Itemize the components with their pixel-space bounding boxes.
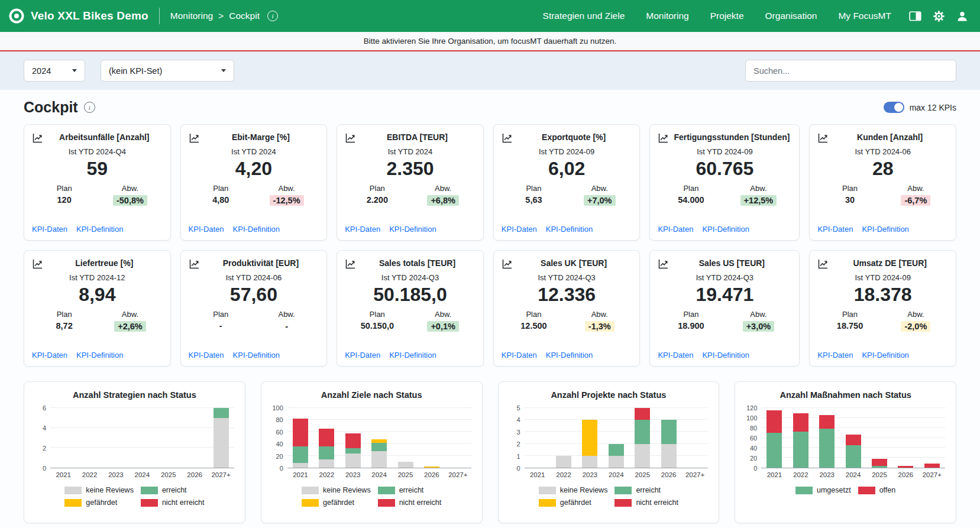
y-tick-label: 0 [280,465,283,472]
kpi-definition-link[interactable]: KPI-Definition [862,225,908,234]
kpi-definition-link[interactable]: KPI-Definition [862,351,908,359]
kpi-title: EBITDA [TEUR] [344,132,476,142]
chart-anzahl-ziele-nach-status: Anzahl Ziele nach Status0204060801002021… [261,381,483,523]
kpi-definition-link[interactable]: KPI-Definition [702,225,749,234]
bar-segment-gef-hrdet [582,420,597,456]
kpi-definition-link[interactable]: KPI-Definition [233,225,280,234]
kpi-value: 50.185,0 [344,284,476,306]
kpi-grid: Arbeitsunfälle [Anzahl]Ist YTD 2024-Q459… [24,124,956,367]
kpi-daten-link[interactable]: KPI-Daten [658,351,693,359]
plan-value: 50.150,0 [344,321,410,331]
kpi-daten-link[interactable]: KPI-Daten [817,351,853,359]
y-tick-label: 40 [750,445,757,452]
kpi-value: 12.336 [501,284,633,306]
kpi-definition-link[interactable]: KPI-Definition [546,351,593,359]
kpi-definition-link[interactable]: KPI-Definition [76,225,123,234]
abw-label: Abw. [567,310,632,319]
chevron-down-icon [221,69,226,72]
bar-segment-erreicht [345,448,361,454]
bar-segment-nicht-erreicht [319,429,334,446]
nav-organisation[interactable]: Organisation [765,11,817,21]
x-tick-label: 2022 [788,471,814,478]
kpi-title: Sales UK [TEUR] [501,258,633,268]
plan-value: 4,80 [188,195,254,205]
cockpit-info-icon[interactable]: i [84,102,95,113]
kpi-daten-link[interactable]: KPI-Daten [32,351,67,359]
y-tick-label: 2 [43,445,46,452]
breadcrumb-cockpit[interactable]: Cockpit [229,11,260,21]
breadcrumb-separator: > [218,11,224,21]
x-tick-label: 2022 [313,471,339,478]
plan-value: 12.500 [501,321,567,331]
kpi-definition-link[interactable]: KPI-Definition [389,225,436,234]
kpi-daten-link[interactable]: KPI-Daten [502,351,537,359]
kpi-daten-link[interactable]: KPI-Daten [32,225,67,234]
x-tick-label: 2025 [866,471,892,478]
kpi-definition-link[interactable]: KPI-Definition [233,351,280,359]
abw-label: Abw. [97,310,163,319]
user-account-icon[interactable] [956,11,968,22]
bar-segment-nicht-erreicht [345,433,361,448]
kpi-title: Arbeitsunfälle [Anzahl] [31,132,163,142]
kpi-daten-link[interactable]: KPI-Daten [345,225,380,234]
year-select-value: 2024 [32,66,51,76]
kpi-daten-link[interactable]: KPI-Daten [817,225,853,234]
kpi-definition-link[interactable]: KPI-Definition [389,351,436,359]
kpi-definition-link[interactable]: KPI-Definition [702,351,749,359]
kpi-set-select[interactable]: (kein KPI-Set) [101,60,234,82]
page-title: Cockpit [24,99,78,116]
charts-row: Anzahl Strategien nach Status02462021202… [24,381,956,528]
x-tick-label: 2021 [287,471,313,478]
kpi-definition-link[interactable]: KPI-Definition [546,225,593,234]
bar-segment-keine-reviews [345,454,361,468]
nav-strategien-und-ziele[interactable]: Strategien und Ziele [543,11,625,21]
settings-gear-icon[interactable] [933,10,945,22]
legend-label: gefährdet [560,498,591,507]
legend-swatch [141,499,158,507]
layout-panel-icon[interactable] [909,11,921,22]
legend-label: nicht erreicht [162,498,205,507]
abw-badge: -12,5% [270,195,304,206]
kpi-card-sales-us-teur: Sales US [TEUR]Ist YTD 2024-Q319.471Plan… [649,250,800,367]
plan-label: Plan [817,310,882,319]
plan-abw-row: Plan18.750Abw.-2,0% [817,310,949,332]
breadcrumb-info-icon[interactable]: i [267,11,278,21]
kpi-daten-link[interactable]: KPI-Daten [345,351,380,359]
nav-projekte[interactable]: Projekte [710,11,744,21]
line-chart-icon [502,132,513,146]
year-select[interactable]: 2024 [24,60,85,82]
kpi-daten-link[interactable]: KPI-Daten [189,351,224,359]
legend-item-keine-reviews: keine Reviews [302,486,371,494]
max-kpis-toggle[interactable] [884,102,904,113]
legend-swatch [539,487,556,494]
abw-badge: +2,6% [114,321,146,332]
legend-swatch [795,487,813,494]
x-tick-label: 2026 [655,471,681,478]
breadcrumb-monitoring[interactable]: Monitoring [170,11,213,21]
kpi-daten-link[interactable]: KPI-Daten [658,225,693,234]
plot-area [525,408,709,468]
kpi-definition-link[interactable]: KPI-Definition [76,351,123,359]
kpi-card-umsatz-de-teur: Umsatz DE [TEUR]Ist YTD 2024-0918.378Pla… [809,250,956,367]
legend-item-erreicht: erreicht [141,486,205,494]
kpi-card-liefertreue: Liefertreue [%]Ist YTD 2024-128,94Plan8,… [24,250,171,367]
chart-legend: keine Reviewserreichtgefährdetnicht erre… [270,486,474,507]
y-tick-label: 0 [43,465,46,472]
abw-label: Abw. [725,310,792,319]
x-tick-label: 2026 [419,471,445,478]
abw-badge: +12,5% [740,195,777,206]
nav-my-focusmt[interactable]: My FocusMT [838,11,891,21]
legend-swatch [614,499,632,507]
line-chart-icon [658,258,669,272]
x-axis: 2021202220232024202520262027+ [287,471,471,478]
y-tick-label: 120 [746,404,757,412]
app-logo-icon[interactable] [8,8,25,24]
kpi-period: Ist YTD 2024-06 [188,273,320,282]
legend-item-keine-reviews: keine Reviews [539,486,608,494]
search-input[interactable] [745,60,956,82]
nav-monitoring[interactable]: Monitoring [646,11,688,21]
kpi-daten-link[interactable]: KPI-Daten [189,225,224,234]
bar-segment-offen [924,464,940,468]
plan-label: Plan [817,184,882,193]
kpi-daten-link[interactable]: KPI-Daten [502,225,537,234]
